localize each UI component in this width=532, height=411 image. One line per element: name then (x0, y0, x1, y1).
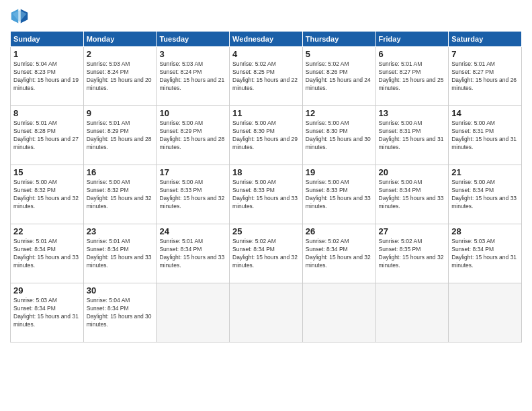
calendar-week-row: 29 Sunrise: 5:03 AMSunset: 8:34 PMDaylig… (11, 283, 522, 342)
weekday-header-sunday: Sunday (11, 32, 84, 47)
calendar-cell-day-5: 5 Sunrise: 5:02 AMSunset: 8:26 PMDayligh… (302, 47, 375, 106)
day-info: Sunrise: 5:02 AMSunset: 8:34 PMDaylight:… (232, 238, 298, 269)
day-number: 16 (87, 167, 154, 177)
day-info: Sunrise: 5:00 AMSunset: 8:30 PMDaylight:… (306, 120, 371, 150)
day-info: Sunrise: 5:01 AMSunset: 8:34 PMDaylight:… (87, 238, 152, 269)
day-info: Sunrise: 5:01 AMSunset: 8:34 PMDaylight:… (13, 238, 79, 269)
calendar-cell-empty (302, 283, 375, 342)
day-number: 5 (306, 49, 373, 59)
day-number: 7 (451, 49, 519, 59)
day-number: 14 (451, 108, 519, 118)
day-number: 1 (13, 49, 81, 59)
calendar-cell-day-10: 10 Sunrise: 5:00 AMSunset: 8:29 PMDaylig… (157, 106, 230, 165)
calendar-cell-day-22: 22 Sunrise: 5:01 AMSunset: 8:34 PMDaylig… (11, 224, 84, 283)
day-info: Sunrise: 5:01 AMSunset: 8:34 PMDaylight:… (159, 238, 224, 269)
calendar-cell-day-13: 13 Sunrise: 5:00 AMSunset: 8:31 PMDaylig… (375, 106, 449, 165)
day-number: 30 (87, 285, 154, 295)
day-info: Sunrise: 5:02 AMSunset: 8:26 PMDaylight:… (306, 60, 371, 91)
day-info: Sunrise: 5:00 AMSunset: 8:34 PMDaylight:… (451, 179, 517, 210)
calendar-cell-day-14: 14 Sunrise: 5:00 AMSunset: 8:31 PMDaylig… (449, 106, 522, 165)
day-number: 18 (232, 167, 300, 177)
calendar-cell-day-18: 18 Sunrise: 5:00 AMSunset: 8:33 PMDaylig… (230, 165, 303, 224)
day-info: Sunrise: 5:01 AMSunset: 8:27 PMDaylight:… (451, 60, 517, 91)
day-info: Sunrise: 5:03 AMSunset: 8:24 PMDaylight:… (159, 60, 224, 91)
calendar-cell-day-23: 23 Sunrise: 5:01 AMSunset: 8:34 PMDaylig… (83, 224, 157, 283)
calendar-cell-day-9: 9 Sunrise: 5:01 AMSunset: 8:29 PMDayligh… (83, 106, 157, 165)
day-number: 12 (306, 108, 373, 118)
calendar-week-row: 15 Sunrise: 5:00 AMSunset: 8:32 PMDaylig… (11, 165, 522, 224)
day-info: Sunrise: 5:00 AMSunset: 8:33 PMDaylight:… (232, 179, 298, 210)
day-info: Sunrise: 5:02 AMSunset: 8:34 PMDaylight:… (306, 238, 371, 269)
calendar-cell-empty (230, 283, 303, 342)
day-info: Sunrise: 5:03 AMSunset: 8:24 PMDaylight:… (87, 60, 152, 91)
day-number: 6 (379, 49, 446, 59)
calendar-table: SundayMondayTuesdayWednesdayThursdayFrid… (10, 31, 522, 342)
day-info: Sunrise: 5:01 AMSunset: 8:28 PMDaylight:… (13, 120, 79, 150)
weekday-header-thursday: Thursday (302, 32, 375, 47)
weekday-header-saturday: Saturday (449, 32, 522, 47)
calendar-cell-day-26: 26 Sunrise: 5:02 AMSunset: 8:34 PMDaylig… (302, 224, 375, 283)
day-info: Sunrise: 5:00 AMSunset: 8:33 PMDaylight:… (159, 179, 224, 210)
calendar-cell-day-29: 29 Sunrise: 5:03 AMSunset: 8:34 PMDaylig… (11, 283, 84, 342)
calendar-week-row: 1 Sunrise: 5:04 AMSunset: 8:23 PMDayligh… (11, 47, 522, 106)
day-info: Sunrise: 5:00 AMSunset: 8:31 PMDaylight:… (451, 120, 517, 150)
day-number: 21 (451, 167, 519, 177)
calendar-cell-empty (157, 283, 230, 342)
day-info: Sunrise: 5:03 AMSunset: 8:34 PMDaylight:… (13, 297, 79, 328)
day-info: Sunrise: 5:03 AMSunset: 8:34 PMDaylight:… (451, 238, 517, 269)
day-info: Sunrise: 5:02 AMSunset: 8:25 PMDaylight:… (232, 60, 298, 91)
day-number: 17 (159, 167, 226, 177)
calendar-cell-day-25: 25 Sunrise: 5:02 AMSunset: 8:34 PMDaylig… (230, 224, 303, 283)
day-number: 3 (159, 49, 226, 59)
calendar-cell-day-30: 30 Sunrise: 5:04 AMSunset: 8:34 PMDaylig… (83, 283, 157, 342)
calendar-cell-day-3: 3 Sunrise: 5:03 AMSunset: 8:24 PMDayligh… (157, 47, 230, 106)
day-info: Sunrise: 5:00 AMSunset: 8:34 PMDaylight:… (379, 179, 444, 210)
day-number: 8 (13, 108, 81, 118)
day-number: 15 (13, 167, 81, 177)
weekday-header-monday: Monday (83, 32, 157, 47)
day-number: 4 (232, 49, 300, 59)
header (10, 7, 522, 26)
day-info: Sunrise: 5:01 AMSunset: 8:29 PMDaylight:… (87, 120, 152, 150)
calendar-cell-day-11: 11 Sunrise: 5:00 AMSunset: 8:30 PMDaylig… (230, 106, 303, 165)
day-number: 19 (306, 167, 373, 177)
calendar-cell-empty (449, 283, 522, 342)
weekday-header-row: SundayMondayTuesdayWednesdayThursdayFrid… (11, 32, 522, 47)
day-info: Sunrise: 5:01 AMSunset: 8:27 PMDaylight:… (379, 60, 444, 91)
calendar-cell-day-27: 27 Sunrise: 5:02 AMSunset: 8:35 PMDaylig… (375, 224, 449, 283)
calendar-cell-day-19: 19 Sunrise: 5:00 AMSunset: 8:33 PMDaylig… (302, 165, 375, 224)
weekday-header-friday: Friday (375, 32, 449, 47)
calendar-cell-day-2: 2 Sunrise: 5:03 AMSunset: 8:24 PMDayligh… (83, 47, 157, 106)
day-number: 2 (87, 49, 154, 59)
day-number: 27 (379, 226, 446, 236)
logo (10, 7, 32, 26)
calendar-cell-day-20: 20 Sunrise: 5:00 AMSunset: 8:34 PMDaylig… (375, 165, 449, 224)
calendar-cell-day-12: 12 Sunrise: 5:00 AMSunset: 8:30 PMDaylig… (302, 106, 375, 165)
day-info: Sunrise: 5:04 AMSunset: 8:23 PMDaylight:… (13, 60, 79, 91)
day-info: Sunrise: 5:00 AMSunset: 8:30 PMDaylight:… (232, 120, 298, 150)
calendar-cell-day-15: 15 Sunrise: 5:00 AMSunset: 8:32 PMDaylig… (11, 165, 84, 224)
day-number: 10 (159, 108, 226, 118)
calendar-cell-day-16: 16 Sunrise: 5:00 AMSunset: 8:32 PMDaylig… (83, 165, 157, 224)
calendar-cell-empty (375, 283, 449, 342)
calendar-cell-day-8: 8 Sunrise: 5:01 AMSunset: 8:28 PMDayligh… (11, 106, 84, 165)
day-info: Sunrise: 5:00 AMSunset: 8:33 PMDaylight:… (306, 179, 371, 210)
day-number: 23 (87, 226, 154, 236)
day-number: 24 (159, 226, 226, 236)
logo-icon (10, 7, 29, 26)
day-number: 13 (379, 108, 446, 118)
day-number: 28 (451, 226, 519, 236)
weekday-header-tuesday: Tuesday (157, 32, 230, 47)
calendar-cell-day-4: 4 Sunrise: 5:02 AMSunset: 8:25 PMDayligh… (230, 47, 303, 106)
weekday-header-wednesday: Wednesday (230, 32, 303, 47)
calendar-cell-day-7: 7 Sunrise: 5:01 AMSunset: 8:27 PMDayligh… (449, 47, 522, 106)
day-number: 25 (232, 226, 300, 236)
day-number: 29 (13, 285, 81, 295)
page: SundayMondayTuesdayWednesdayThursdayFrid… (0, 0, 532, 411)
day-number: 11 (232, 108, 300, 118)
calendar-cell-day-28: 28 Sunrise: 5:03 AMSunset: 8:34 PMDaylig… (449, 224, 522, 283)
calendar-cell-day-21: 21 Sunrise: 5:00 AMSunset: 8:34 PMDaylig… (449, 165, 522, 224)
calendar-cell-day-24: 24 Sunrise: 5:01 AMSunset: 8:34 PMDaylig… (157, 224, 230, 283)
day-info: Sunrise: 5:00 AMSunset: 8:32 PMDaylight:… (87, 179, 152, 210)
day-info: Sunrise: 5:00 AMSunset: 8:29 PMDaylight:… (159, 120, 224, 150)
